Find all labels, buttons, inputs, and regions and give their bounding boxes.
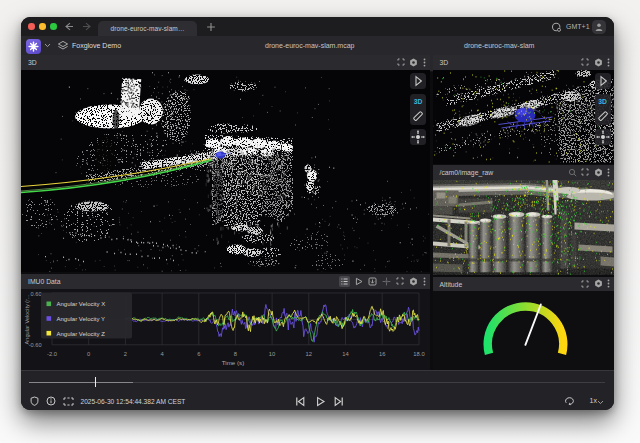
- svg-text:16: 16: [379, 350, 385, 356]
- svg-text:Time (s): Time (s): [222, 359, 244, 366]
- svg-text:0: 0: [87, 350, 90, 356]
- svg-text:10: 10: [269, 350, 275, 356]
- svg-text:14: 14: [342, 350, 349, 356]
- svg-text:Angular Velocity (r...: Angular Velocity (r...: [24, 294, 30, 344]
- svg-text:Angular Velocity Z: Angular Velocity Z: [57, 330, 106, 336]
- svg-text:Angular Velocity Y: Angular Velocity Y: [57, 315, 106, 321]
- svg-text:2: 2: [124, 350, 127, 356]
- svg-text:-0.60: -0.60: [29, 341, 42, 347]
- svg-text:8: 8: [234, 350, 237, 356]
- svg-text:4: 4: [160, 350, 164, 356]
- svg-text:Angular Velocity X: Angular Velocity X: [57, 301, 106, 307]
- svg-text:6: 6: [197, 350, 200, 356]
- svg-text:12: 12: [306, 350, 312, 356]
- svg-text:18.0: 18.0: [413, 350, 424, 356]
- svg-text:-2.0: -2.0: [47, 350, 57, 356]
- svg-text:0.60: 0.60: [31, 290, 42, 296]
